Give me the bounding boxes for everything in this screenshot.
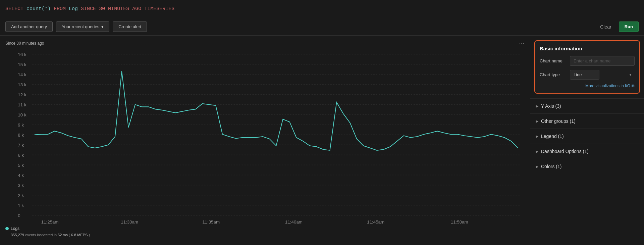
query-since-kw: SINCE bbox=[81, 6, 96, 12]
y-label-6k: 6 k bbox=[18, 153, 24, 158]
status-close-parens: ) bbox=[89, 233, 90, 237]
recent-queries-label: Your recent queries bbox=[62, 24, 99, 29]
chevron-down-icon: ▾ bbox=[101, 24, 104, 29]
query-ts-kw: TIMESERIES bbox=[144, 6, 174, 12]
query-number: 30 bbox=[99, 6, 108, 12]
y-label-4k: 4 k bbox=[18, 173, 24, 178]
query-display: SELECT count(*) FROM Log SINCE 30 MINUTE… bbox=[5, 3, 639, 14]
x-label-1140: 11:40am bbox=[285, 219, 303, 224]
status-parens: ( bbox=[69, 233, 70, 237]
other-groups-chevron: ▶ bbox=[536, 119, 538, 124]
chart-type-row: Chart type Line Area Bar Scatter Pie Bil… bbox=[540, 70, 635, 80]
y-label-7k: 7 k bbox=[18, 143, 24, 148]
colors-section[interactable]: ▶ Colors (1) bbox=[530, 159, 644, 174]
x-label-1130: 11:30am bbox=[121, 219, 138, 224]
right-panel: Basic information Chart name Chart type … bbox=[530, 36, 644, 244]
legend-section-label: Legend (1) bbox=[541, 134, 564, 139]
y-label-16k: 16 k bbox=[18, 52, 26, 57]
legend-label: Logs bbox=[11, 226, 19, 231]
y-label-2k: 2 k bbox=[18, 193, 24, 198]
colors-label: Colors (1) bbox=[541, 164, 561, 169]
status-text: events inspected in bbox=[25, 233, 58, 237]
add-query-button[interactable]: Add another query bbox=[5, 21, 53, 32]
y-label-12k: 12 k bbox=[18, 92, 26, 97]
chart-area: Since 30 minutes ago ··· 16 k 15 k 14 k … bbox=[0, 36, 530, 244]
main-layout: Since 30 minutes ago ··· 16 k 15 k 14 k … bbox=[0, 36, 644, 244]
legend-section[interactable]: ▶ Legend (1) bbox=[530, 129, 644, 144]
more-viz-link[interactable]: More visualizations in I/O ⧉ bbox=[540, 84, 635, 88]
y-label-9k: 9 k bbox=[18, 122, 24, 128]
y-label-14k: 14 k bbox=[18, 72, 26, 77]
chart-line bbox=[35, 71, 518, 150]
external-link-icon: ⧉ bbox=[632, 84, 635, 88]
top-bar: SELECT count(*) FROM Log SINCE 30 MINUTE… bbox=[0, 0, 644, 18]
query-time-kw: MINUTES AGO bbox=[108, 6, 141, 12]
chart-type-select-wrapper: Line Area Bar Scatter Pie Billboard Hist… bbox=[570, 70, 635, 80]
y-label-5k: 5 k bbox=[18, 163, 24, 168]
y-label-0: 0 bbox=[18, 213, 20, 218]
chart-name-row: Chart name bbox=[540, 56, 635, 66]
chart-name-input[interactable] bbox=[570, 56, 635, 66]
dashboard-options-label: Dashboard Options (1) bbox=[541, 149, 589, 154]
y-axis-label: Y Axis (3) bbox=[541, 103, 561, 109]
legend-chevron: ▶ bbox=[536, 134, 538, 139]
chart-container: 16 k 15 k 14 k 13 k 12 k 11 k 10 k 9 k 8… bbox=[5, 50, 525, 224]
chart-subtitle: Since 30 minutes ago bbox=[5, 41, 44, 46]
y-axis-chevron: ▶ bbox=[536, 104, 538, 108]
recent-queries-button[interactable]: Your recent queries ▾ bbox=[56, 21, 109, 32]
run-button[interactable]: Run bbox=[619, 21, 639, 32]
y-label-15k: 15 k bbox=[18, 62, 26, 67]
clear-button[interactable]: Clear bbox=[596, 22, 615, 32]
query-from-kw: FROM bbox=[54, 6, 66, 12]
x-label-1145: 11:45am bbox=[367, 219, 384, 224]
y-label-11k: 11 k bbox=[18, 102, 26, 107]
y-label-10k: 10 k bbox=[18, 112, 26, 117]
basic-info-section: Basic information Chart name Chart type … bbox=[534, 40, 640, 94]
y-label-3k: 3 k bbox=[18, 183, 24, 188]
status-time: 52 ms bbox=[58, 233, 68, 237]
y-label-1k: 1 k bbox=[18, 203, 24, 208]
create-alert-button[interactable]: Create alert bbox=[113, 21, 147, 32]
basic-info-title: Basic information bbox=[540, 46, 635, 51]
dashboard-options-chevron: ▶ bbox=[536, 149, 538, 154]
events-count: 355,279 bbox=[11, 233, 24, 237]
colors-chevron: ▶ bbox=[536, 164, 538, 169]
query-select-kw: SELECT bbox=[5, 6, 23, 12]
y-label-13k: 13 k bbox=[18, 82, 26, 87]
other-groups-section[interactable]: ▶ Other groups (1) bbox=[530, 113, 644, 129]
x-label-1150: 11:50am bbox=[451, 219, 468, 224]
chart-name-label: Chart name bbox=[540, 58, 570, 63]
toolbar: Add another query Your recent queries ▾ … bbox=[0, 18, 644, 36]
status-bar: 355,279 events inspected in 52 ms ( 6.8 … bbox=[5, 231, 525, 239]
dashboard-options-section[interactable]: ▶ Dashboard Options (1) bbox=[530, 144, 644, 159]
status-meps: 6.8 MEPS bbox=[71, 233, 88, 237]
other-groups-label: Other groups (1) bbox=[541, 118, 576, 124]
legend-dot bbox=[5, 227, 9, 230]
x-label-1125: 11:25am bbox=[41, 219, 59, 224]
more-viz-label: More visualizations in I/O bbox=[585, 84, 630, 88]
y-label-8k: 8 k bbox=[18, 133, 24, 138]
chart-legend: Logs bbox=[5, 226, 525, 231]
toolbar-right: Clear Run bbox=[596, 21, 639, 32]
y-axis-section[interactable]: ▶ Y Axis (3) bbox=[530, 98, 644, 113]
chart-more-button[interactable]: ··· bbox=[519, 40, 525, 46]
chart-type-select[interactable]: Line Area Bar Scatter Pie Billboard Hist… bbox=[570, 70, 599, 80]
query-table: Log bbox=[69, 6, 81, 12]
chart-svg: 16 k 15 k 14 k 13 k 12 k 11 k 10 k 9 k 8… bbox=[5, 50, 525, 224]
x-label-1135: 11:35am bbox=[202, 219, 220, 224]
chart-header: Since 30 minutes ago ··· bbox=[5, 40, 525, 46]
chart-type-label: Chart type bbox=[540, 72, 570, 77]
query-func: count(*) bbox=[26, 6, 54, 12]
